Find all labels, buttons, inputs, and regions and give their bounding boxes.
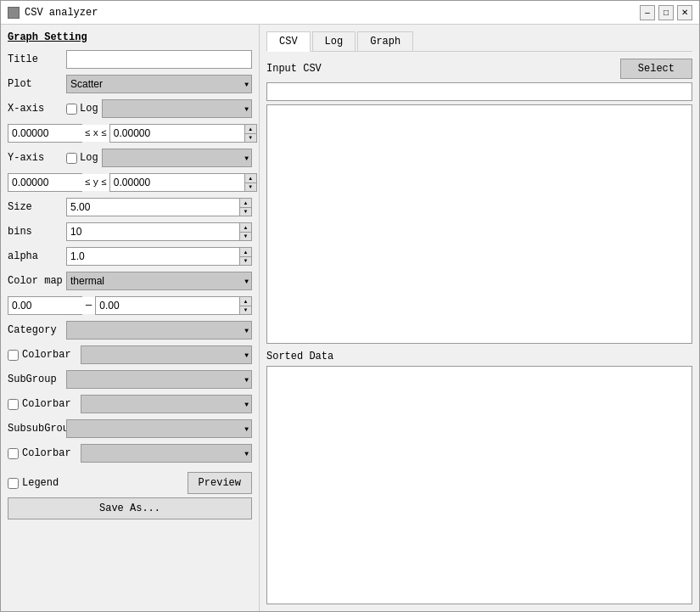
subsubgroup-row: SubsubGroup ▼	[8, 419, 252, 438]
title-bar-controls: – □ ✕	[640, 5, 692, 20]
yaxis-row: Y-axis Log ▼	[8, 149, 252, 167]
csv-data-box	[266, 104, 692, 344]
tab-bar: CSV Log Graph	[266, 31, 692, 52]
colormap-label: Color map	[8, 275, 63, 287]
left-panel: Graph Setting Title Plot Scatter ▼ X-axi…	[1, 25, 260, 611]
colormax-input[interactable]	[96, 297, 239, 314]
right-panel: CSV Log Graph Input CSV Select Sorted Da…	[260, 25, 699, 611]
xaxis-log-checkbox[interactable]	[66, 104, 77, 115]
subgroup-row: SubGroup ▼	[8, 370, 252, 389]
colorbar3-row: Colorbar ▼	[8, 444, 252, 463]
colorbar2-select[interactable]	[81, 395, 252, 413]
legend-preview-row: Legend Preview	[8, 472, 252, 494]
size-up-btn[interactable]: ▲	[239, 199, 251, 208]
title-bar: CSV analyzer – □ ✕	[1, 1, 699, 25]
title-input[interactable]	[66, 50, 252, 69]
yrange-lt1: ≤	[85, 177, 91, 188]
legend-checkbox[interactable]	[8, 478, 19, 489]
yaxis-log-check[interactable]: Log	[66, 152, 98, 164]
xrange-var: x	[93, 128, 99, 138]
xmax-input[interactable]	[110, 125, 244, 142]
subgroup-select[interactable]	[66, 370, 252, 389]
colorrange-sep: —	[86, 300, 92, 312]
xaxis-row: X-axis Log ▼	[8, 99, 252, 118]
yrange-var: y	[93, 177, 99, 188]
xrange-lt2: ≤	[101, 128, 107, 138]
colorbar2-row: Colorbar ▼	[8, 395, 252, 413]
xmax-down-btn[interactable]: ▼	[244, 134, 256, 143]
colorbar1-row: Colorbar ▼	[8, 345, 252, 364]
yaxis-log-label: Log	[80, 152, 98, 164]
subsubgroup-select[interactable]	[66, 419, 252, 438]
colormax-down-btn[interactable]: ▼	[239, 306, 251, 315]
subgroup-select-wrapper: ▼	[66, 370, 252, 389]
title-bar-left: CSV analyzer	[8, 7, 98, 19]
ymax-input[interactable]	[110, 174, 244, 191]
yrange-lt2: ≤	[101, 177, 107, 188]
maximize-button[interactable]: □	[658, 5, 674, 20]
bins-label: bins	[8, 226, 63, 238]
tab-graph[interactable]: Graph	[357, 31, 413, 51]
xaxis-log-label: Log	[80, 103, 98, 115]
alpha-label: alpha	[8, 250, 63, 262]
ymax-up-btn[interactable]: ▲	[244, 174, 256, 183]
yaxis-log-checkbox[interactable]	[66, 153, 77, 164]
xaxis-col-select[interactable]	[102, 99, 252, 118]
main-window: CSV analyzer – □ ✕ Graph Setting Title P…	[0, 0, 700, 612]
colorbar3-checkbox[interactable]	[8, 448, 19, 459]
yaxis-col-select[interactable]	[102, 149, 252, 167]
colorbar1-checkbox[interactable]	[8, 350, 19, 361]
subsubgroup-label: SubsubGroup	[8, 423, 63, 435]
colormin-spinner: ▲ ▼	[8, 296, 82, 315]
size-spinner-btns: ▲ ▼	[239, 199, 251, 216]
plot-label: Plot	[8, 78, 63, 90]
select-button[interactable]: Select	[620, 59, 692, 79]
ymax-down-btn[interactable]: ▼	[244, 183, 256, 192]
csv-path-display	[266, 82, 692, 101]
colormap-select-wrapper: thermal ▼	[66, 272, 252, 290]
minimize-button[interactable]: –	[640, 5, 655, 20]
input-csv-label: Input CSV	[266, 63, 322, 75]
colorbar1-select[interactable]	[81, 345, 252, 364]
close-button[interactable]: ✕	[677, 5, 692, 20]
colormap-select[interactable]: thermal	[66, 272, 252, 290]
plot-select-wrapper: Scatter ▼	[66, 75, 252, 93]
colorbar1-select-wrapper: ▼	[81, 345, 252, 364]
category-select[interactable]	[66, 321, 252, 340]
plot-select[interactable]: Scatter	[66, 75, 252, 93]
xmax-up-btn[interactable]: ▲	[244, 125, 256, 134]
sorted-data-box	[266, 366, 692, 605]
xaxis-log-check[interactable]: Log	[66, 103, 98, 115]
title-label: Title	[8, 53, 63, 65]
colorbar3-select[interactable]	[81, 444, 252, 463]
colormax-up-btn[interactable]: ▲	[239, 297, 251, 306]
colorbar2-checkbox[interactable]	[8, 399, 19, 410]
size-label: Size	[8, 201, 63, 213]
yaxis-col-select-wrapper: ▼	[102, 149, 252, 167]
alpha-down-btn[interactable]: ▼	[239, 257, 251, 266]
bins-up-btn[interactable]: ▲	[239, 223, 251, 233]
preview-button[interactable]: Preview	[188, 472, 252, 494]
input-csv-row: Input CSV Select	[266, 59, 692, 79]
category-row: Category ▼	[8, 321, 252, 340]
size-input[interactable]	[67, 199, 239, 216]
colorbar2-select-wrapper: ▼	[81, 395, 252, 413]
alpha-input[interactable]	[67, 248, 239, 265]
xmin-spinner: ▲ ▼	[8, 124, 82, 143]
category-label: Category	[8, 324, 63, 336]
colorbar1-label: Colorbar	[22, 349, 77, 361]
save-as-button[interactable]: Save As...	[8, 497, 252, 519]
yrange-row: ▲ ▼ ≤ y ≤ ▲ ▼	[8, 173, 252, 192]
alpha-up-btn[interactable]: ▲	[239, 248, 251, 257]
xrange-lt1: ≤	[85, 128, 91, 138]
tab-log[interactable]: Log	[312, 31, 356, 51]
bins-down-btn[interactable]: ▼	[239, 233, 251, 241]
colorbar3-label: Colorbar	[22, 447, 77, 459]
xrange-row: ▲ ▼ ≤ x ≤ ▲ ▼	[8, 124, 252, 143]
size-row: Size ▲ ▼	[8, 198, 252, 216]
tab-csv[interactable]: CSV	[266, 31, 311, 52]
bins-input[interactable]	[67, 223, 239, 240]
plot-row: Plot Scatter ▼	[8, 75, 252, 93]
size-spinner: ▲ ▼	[66, 198, 252, 216]
size-down-btn[interactable]: ▼	[239, 208, 251, 216]
